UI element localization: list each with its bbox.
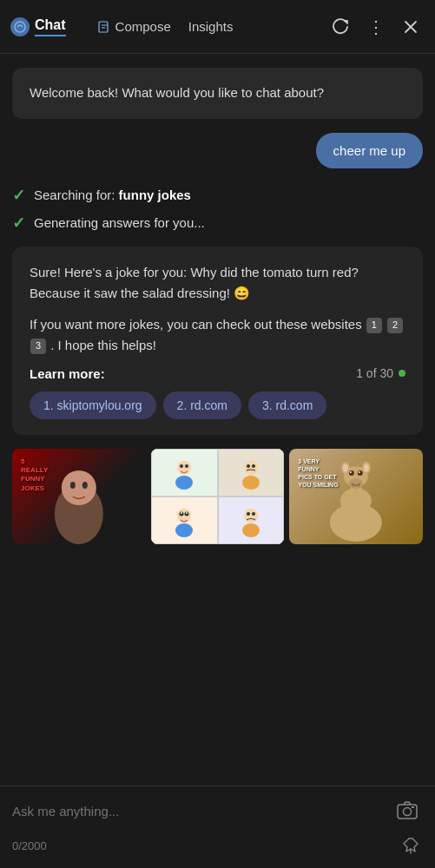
learn-more-header: Learn more: 1 of 30 — [30, 366, 405, 381]
ai-response-bubble: Sure! Here's a joke for you: Why did the… — [12, 247, 423, 435]
ref-badge-2[interactable]: 2 — [387, 318, 403, 333]
comic-char-4 — [234, 503, 268, 537]
status-container: ✓ Searching for: funny jokes ✓ Generatin… — [12, 186, 423, 233]
status-text-2: Generating answers for you... — [34, 215, 205, 230]
svg-point-29 — [349, 470, 354, 476]
close-icon — [403, 19, 419, 35]
app-header: Chat Compose Insights ⋮ — [0, 0, 435, 54]
pin-button[interactable] — [399, 833, 423, 858]
camera-icon — [396, 799, 419, 822]
header-actions: ⋮ — [327, 13, 425, 41]
pin-icon — [402, 837, 419, 854]
svg-rect-1 — [99, 22, 108, 32]
thumbnails-container: 5REALLYFUNNYJOKES — [12, 449, 423, 544]
main-content: Welcome back! What would you like to cha… — [0, 54, 435, 773]
status-item-2: ✓ Generating answers for you... — [12, 214, 423, 233]
svg-rect-41 — [412, 806, 414, 808]
thumb-3-camel — [289, 449, 423, 544]
more-button[interactable]: ⋮ — [362, 13, 390, 41]
svg-point-23 — [252, 512, 255, 516]
logo-icon — [10, 17, 30, 36]
source-tag-2[interactable]: 2. rd.com — [163, 391, 241, 419]
svg-point-32 — [359, 471, 360, 473]
thumbnail-1[interactable]: 5REALLYFUNNYJOKES — [12, 449, 146, 544]
svg-point-31 — [350, 471, 352, 473]
thumbnail-3[interactable]: 3 VERYFUNNYPICS TO GETYOU SMILING — [289, 449, 423, 544]
ai-text-2: If you want more jokes, you can check ou… — [30, 314, 405, 356]
input-row — [12, 795, 423, 826]
ai-text-2-part1: If you want more jokes, you can check ou… — [30, 317, 362, 332]
check-icon-1: ✓ — [12, 186, 25, 205]
svg-point-33 — [352, 483, 355, 486]
svg-point-20 — [244, 509, 258, 523]
nav-insights-tab[interactable]: Insights — [188, 19, 234, 34]
svg-point-15 — [175, 523, 193, 537]
svg-point-11 — [242, 476, 260, 490]
source-tag-3-label: 3. rd.com — [262, 398, 313, 412]
svg-point-9 — [185, 464, 188, 468]
status-item-1: ✓ Searching for: funny jokes — [12, 186, 423, 205]
source-tag-2-label: 2. rd.com — [177, 398, 227, 412]
svg-point-12 — [247, 464, 250, 468]
svg-point-38 — [364, 464, 369, 471]
nav-compose-tab[interactable]: Compose — [97, 19, 171, 34]
panel-4 — [218, 496, 285, 544]
nav-chat-tab[interactable]: Chat — [35, 17, 66, 36]
svg-point-30 — [358, 470, 363, 476]
svg-point-5 — [82, 482, 88, 489]
comic-char-1 — [167, 455, 201, 490]
ref-badge-1[interactable]: 1 — [366, 318, 382, 333]
svg-point-19 — [186, 512, 188, 514]
ai-text-2-part2: . I hope this helps! — [50, 338, 156, 352]
learn-more-label: Learn more: — [30, 366, 105, 381]
source-tag-3[interactable]: 3. rd.com — [248, 391, 326, 419]
compose-icon — [97, 20, 111, 34]
page-info-text: 1 of 30 — [356, 366, 393, 380]
welcome-text: Welcome back! What would you like to cha… — [30, 85, 324, 100]
page-indicator: 1 of 30 — [356, 366, 405, 380]
svg-point-8 — [180, 464, 183, 468]
compose-label: Compose — [115, 19, 171, 34]
source-tag-1[interactable]: 1. skiptomylou.org — [30, 391, 156, 419]
svg-point-0 — [15, 22, 25, 32]
char-count: 0/2000 — [12, 839, 47, 852]
svg-point-10 — [244, 461, 258, 475]
searching-label: Searching for: — [34, 187, 119, 202]
source-tags-container: 1. skiptomylou.org 2. rd.com 3. rd.com — [30, 391, 405, 419]
thumb-1-person — [12, 449, 146, 544]
bottom-input-bar: 0/2000 — [0, 786, 435, 868]
search-term: funny jokes — [119, 187, 191, 202]
svg-point-4 — [70, 482, 76, 489]
refresh-button[interactable] — [327, 13, 355, 41]
input-footer: 0/2000 — [12, 833, 423, 858]
svg-point-37 — [343, 464, 348, 471]
svg-point-18 — [181, 512, 182, 514]
svg-point-21 — [242, 523, 260, 537]
comic-char-3 — [167, 503, 201, 537]
logo-area: Chat — [10, 17, 66, 36]
status-dot — [399, 370, 405, 377]
svg-point-34 — [357, 483, 360, 486]
ai-text-1: Sure! Here's a joke for you: Why did the… — [30, 262, 405, 304]
ref-badge-3[interactable]: 3 — [30, 339, 46, 354]
svg-point-22 — [247, 512, 250, 516]
svg-point-3 — [62, 470, 96, 505]
comic-panels — [151, 449, 285, 544]
welcome-bubble: Welcome back! What would you like to cha… — [12, 68, 423, 119]
panel-3 — [151, 496, 218, 544]
close-button[interactable] — [397, 13, 425, 41]
status-text-1: Searching for: funny jokes — [34, 187, 191, 202]
svg-point-13 — [252, 464, 255, 468]
svg-point-7 — [175, 476, 193, 490]
thumbnail-2[interactable] — [151, 449, 285, 544]
user-message-container: cheer me up — [12, 133, 423, 168]
more-icon: ⋮ — [367, 16, 386, 37]
chat-input[interactable] — [12, 804, 385, 819]
user-bubble: cheer me up — [316, 133, 423, 168]
camera-button[interactable] — [392, 795, 423, 826]
panel-1 — [151, 449, 218, 496]
comic-char-2 — [234, 455, 268, 490]
svg-point-14 — [177, 509, 191, 523]
svg-point-28 — [349, 478, 363, 489]
user-message-text: cheer me up — [333, 143, 405, 158]
